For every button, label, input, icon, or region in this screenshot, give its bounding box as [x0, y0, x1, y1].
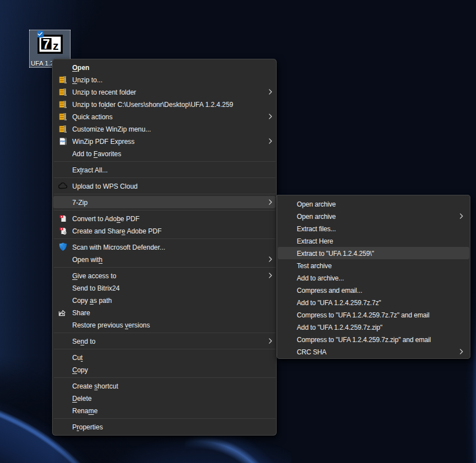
- svg-text:PDF: PDF: [60, 140, 65, 143]
- svg-text:z: z: [53, 39, 59, 52]
- svg-text:7: 7: [43, 37, 50, 52]
